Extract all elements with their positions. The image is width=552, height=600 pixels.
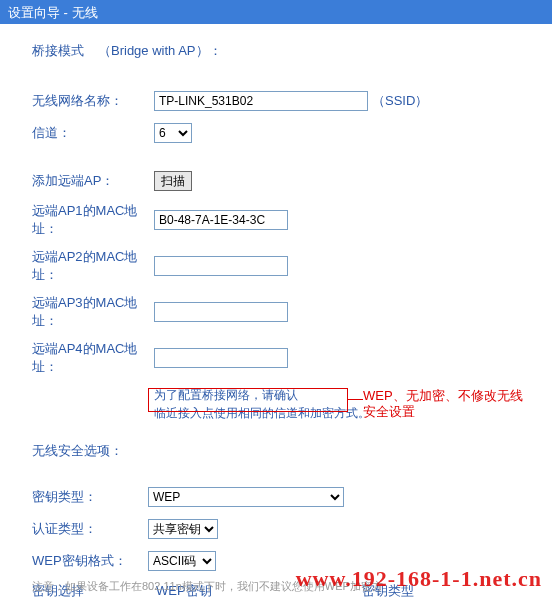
callout-text: WEP、无加密、不修改无线安全设置 — [363, 388, 533, 420]
mac3-label: 远端AP3的MAC地址： — [32, 294, 154, 330]
watermark: www.192-168-1-1.net.cn — [296, 566, 542, 592]
mac1-input[interactable] — [154, 210, 288, 230]
ssid-label: 无线网络名称： — [32, 92, 154, 110]
bridge-mode-label: 桥接模式 — [32, 42, 84, 60]
ssid-input[interactable] — [154, 91, 368, 111]
security-section-label: 无线安全选项： — [32, 442, 528, 460]
mac4-label: 远端AP4的MAC地址： — [32, 340, 154, 376]
wep-format-label: WEP密钥格式： — [32, 552, 148, 570]
window-title: 设置向导 - 无线 — [0, 0, 552, 24]
auth-type-label: 认证类型： — [32, 520, 148, 538]
channel-label: 信道： — [32, 124, 154, 142]
wep-format-select[interactable]: ASCII码 — [148, 551, 216, 571]
add-ap-label: 添加远端AP： — [32, 172, 154, 190]
key-type-label: 密钥类型： — [32, 488, 148, 506]
scan-button[interactable]: 扫描 — [154, 171, 192, 191]
bridge-with-ap-label: （Bridge with AP）： — [98, 42, 222, 60]
mac4-input[interactable] — [154, 348, 288, 368]
auth-type-select[interactable]: 共享密钥 — [148, 519, 218, 539]
ssid-suffix: （SSID） — [372, 92, 428, 110]
mac2-label: 远端AP2的MAC地址： — [32, 248, 154, 284]
channel-select[interactable]: 6 — [154, 123, 192, 143]
mac2-input[interactable] — [154, 256, 288, 276]
mac3-input[interactable] — [154, 302, 288, 322]
key-type-select[interactable]: WEP — [148, 487, 344, 507]
mac1-label: 远端AP1的MAC地址： — [32, 202, 154, 238]
callout-line — [348, 399, 363, 400]
